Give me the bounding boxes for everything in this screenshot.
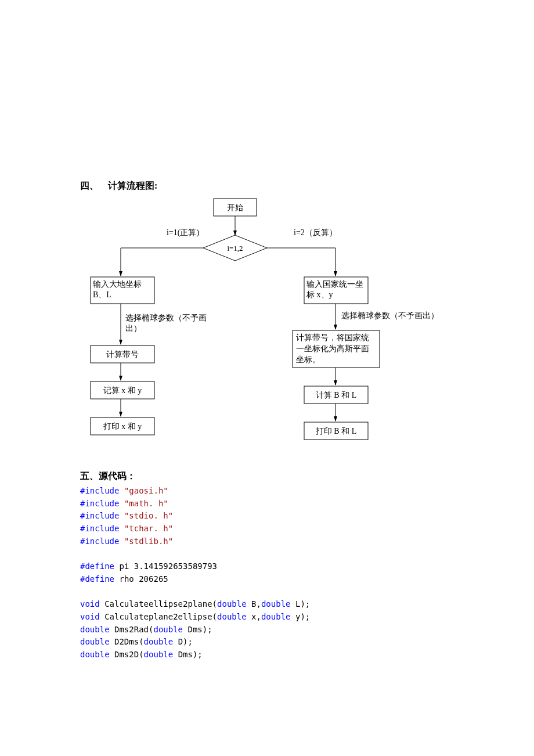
- type-double: double: [217, 612, 247, 621]
- flowchart-svg: 开始 i=1,2 i=1(正算) i=2（反算） 输入大地坐标 B、L 选择椭球…: [80, 196, 475, 460]
- str-inc5: "stdlib.h": [124, 537, 173, 546]
- def1-val: 3.141592653589793: [134, 561, 217, 571]
- flow-decision: i=1,2: [227, 244, 243, 253]
- flow-right-print: 打印 B 和 L: [315, 427, 356, 435]
- fn2-name: Calculateplane2ellipse: [104, 612, 212, 621]
- type-double: double: [153, 625, 183, 634]
- str-inc2: "math. h": [124, 499, 168, 508]
- fn2-p1: x: [251, 612, 256, 621]
- type-double: double: [261, 599, 291, 609]
- type-void: void: [80, 612, 100, 621]
- flow-left-input: 输入大地坐标 B、L: [93, 279, 152, 300]
- str-inc1: "gaosi.h": [124, 486, 168, 495]
- source-code-block: #include "gaosi.h" #include "math. h" #i…: [80, 485, 454, 661]
- fn3-name: Dms2Rad: [114, 625, 149, 634]
- kw-include: #include: [80, 486, 119, 495]
- flow-right-normalize: 计算带号，将国家统一坐标化为高斯平面坐标。: [296, 333, 376, 366]
- fn3-p1: Dms: [187, 625, 202, 634]
- kw-define: #define: [80, 574, 114, 584]
- flow-branch-left-label: i=1(正算): [167, 228, 199, 237]
- kw-define: #define: [80, 561, 114, 571]
- fn1-name: Calculateellipse2plane: [104, 599, 212, 609]
- def1-name: pi: [119, 561, 129, 571]
- type-double: double: [217, 599, 247, 609]
- fn5-p1: Dms: [178, 650, 193, 659]
- str-inc4: "tchar. h": [124, 524, 173, 533]
- def2-val: 206265: [139, 574, 168, 584]
- flow-left-calc: 记算 x 和 y: [103, 386, 142, 395]
- flow-right-input: 输入国家统一坐标 x、y: [306, 279, 366, 300]
- flow-left-param-note: 选择椭球参数（不予画出）: [125, 313, 218, 334]
- type-double: double: [144, 650, 174, 659]
- type-void: void: [80, 599, 100, 609]
- fn4-name: D2Dms: [114, 637, 139, 646]
- fn1-p1: B: [251, 599, 256, 609]
- str-inc3: "stdio. h": [124, 511, 173, 520]
- type-double: double: [80, 637, 110, 646]
- fn4-p1: D: [178, 637, 183, 646]
- kw-include: #include: [80, 511, 119, 520]
- flow-start: 开始: [227, 203, 243, 212]
- type-double: double: [80, 625, 110, 634]
- kw-include: #include: [80, 537, 119, 546]
- flow-branch-right-label: i=2（反算）: [294, 228, 337, 237]
- type-double: double: [80, 650, 110, 659]
- flow-right-param-note: 选择椭球参数（不予画出）: [341, 311, 469, 321]
- type-double: double: [261, 612, 291, 621]
- kw-include: #include: [80, 499, 119, 508]
- section4-heading: 四、 计算流程图:: [80, 180, 454, 192]
- fn1-p2: L: [295, 599, 300, 609]
- def2-name: rho: [119, 574, 134, 584]
- section5-heading: 五、源代码：: [80, 470, 454, 483]
- flow-left-print: 打印 x 和 y: [103, 422, 142, 431]
- fn5-name: Dms2D: [114, 650, 139, 659]
- flow-right-calc: 计算 B 和 L: [316, 391, 356, 399]
- kw-include: #include: [80, 524, 119, 533]
- type-double: double: [144, 637, 174, 646]
- flow-left-bandno: 计算带号: [106, 350, 139, 359]
- fn2-p2: y: [295, 612, 300, 621]
